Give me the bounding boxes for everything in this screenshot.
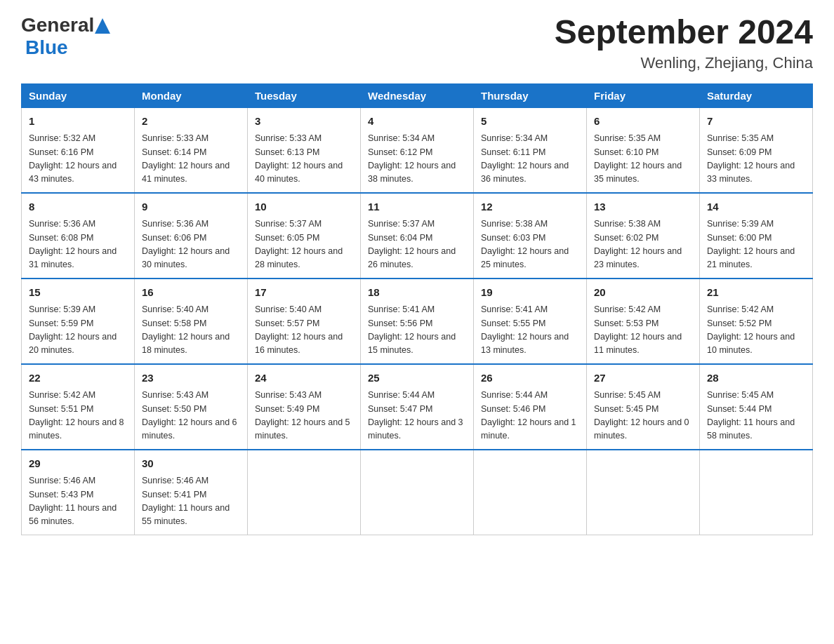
day-info: Sunrise: 5:43 AMSunset: 5:49 PMDaylight:… bbox=[255, 389, 353, 443]
calendar-cell bbox=[474, 450, 587, 535]
calendar-cell: 30Sunrise: 5:46 AMSunset: 5:41 PMDayligh… bbox=[135, 450, 248, 535]
day-info: Sunrise: 5:41 AMSunset: 5:56 PMDaylight:… bbox=[368, 303, 466, 358]
day-number: 1 bbox=[29, 114, 127, 130]
calendar-cell: 12Sunrise: 5:38 AMSunset: 6:03 PMDayligh… bbox=[474, 193, 587, 279]
col-header-wednesday: Wednesday bbox=[361, 83, 474, 107]
day-number: 4 bbox=[368, 114, 466, 130]
col-header-tuesday: Tuesday bbox=[248, 83, 361, 107]
col-header-thursday: Thursday bbox=[474, 83, 587, 107]
day-info: Sunrise: 5:33 AMSunset: 6:13 PMDaylight:… bbox=[255, 132, 353, 187]
day-info: Sunrise: 5:46 AMSunset: 5:41 PMDaylight:… bbox=[142, 474, 240, 529]
day-info: Sunrise: 5:46 AMSunset: 5:43 PMDaylight:… bbox=[29, 474, 127, 529]
day-number: 14 bbox=[707, 199, 805, 215]
day-info: Sunrise: 5:35 AMSunset: 6:10 PMDaylight:… bbox=[594, 132, 692, 187]
calendar-cell: 14Sunrise: 5:39 AMSunset: 6:00 PMDayligh… bbox=[700, 193, 813, 279]
col-header-monday: Monday bbox=[135, 83, 248, 107]
calendar-week-row: 15Sunrise: 5:39 AMSunset: 5:59 PMDayligh… bbox=[22, 279, 813, 364]
calendar-week-row: 1Sunrise: 5:32 AMSunset: 6:16 PMDaylight… bbox=[22, 107, 813, 193]
day-info: Sunrise: 5:40 AMSunset: 5:57 PMDaylight:… bbox=[255, 303, 353, 358]
col-header-saturday: Saturday bbox=[700, 83, 813, 107]
calendar-week-row: 29Sunrise: 5:46 AMSunset: 5:43 PMDayligh… bbox=[22, 450, 813, 535]
day-number: 8 bbox=[29, 199, 127, 215]
calendar-cell: 19Sunrise: 5:41 AMSunset: 5:55 PMDayligh… bbox=[474, 279, 587, 364]
calendar-cell: 10Sunrise: 5:37 AMSunset: 6:05 PMDayligh… bbox=[248, 193, 361, 279]
calendar-cell: 13Sunrise: 5:38 AMSunset: 6:02 PMDayligh… bbox=[587, 193, 700, 279]
calendar-cell: 26Sunrise: 5:44 AMSunset: 5:46 PMDayligh… bbox=[474, 364, 587, 450]
title-section: September 2024 Wenling, Zhejiang, China bbox=[555, 14, 813, 72]
day-number: 13 bbox=[594, 199, 692, 215]
day-number: 11 bbox=[368, 199, 466, 215]
day-number: 30 bbox=[142, 456, 240, 472]
day-number: 19 bbox=[481, 285, 579, 301]
day-info: Sunrise: 5:44 AMSunset: 5:46 PMDaylight:… bbox=[481, 389, 579, 443]
day-info: Sunrise: 5:45 AMSunset: 5:44 PMDaylight:… bbox=[707, 389, 805, 443]
day-number: 15 bbox=[29, 285, 127, 301]
calendar-cell bbox=[587, 450, 700, 535]
calendar-title: September 2024 bbox=[555, 14, 813, 51]
day-info: Sunrise: 5:42 AMSunset: 5:51 PMDaylight:… bbox=[29, 389, 127, 443]
calendar-cell: 27Sunrise: 5:45 AMSunset: 5:45 PMDayligh… bbox=[587, 364, 700, 450]
calendar-cell: 21Sunrise: 5:42 AMSunset: 5:52 PMDayligh… bbox=[700, 279, 813, 364]
logo-general-text: General bbox=[21, 14, 94, 36]
day-number: 29 bbox=[29, 456, 127, 472]
calendar-cell: 3Sunrise: 5:33 AMSunset: 6:13 PMDaylight… bbox=[248, 107, 361, 193]
day-number: 16 bbox=[142, 285, 240, 301]
calendar-cell: 9Sunrise: 5:36 AMSunset: 6:06 PMDaylight… bbox=[135, 193, 248, 279]
day-number: 17 bbox=[255, 285, 353, 301]
calendar-header-row: SundayMondayTuesdayWednesdayThursdayFrid… bbox=[22, 83, 813, 107]
day-info: Sunrise: 5:45 AMSunset: 5:45 PMDaylight:… bbox=[594, 389, 692, 443]
day-info: Sunrise: 5:36 AMSunset: 6:08 PMDaylight:… bbox=[29, 217, 127, 272]
svg-marker-0 bbox=[95, 18, 110, 34]
day-info: Sunrise: 5:39 AMSunset: 6:00 PMDaylight:… bbox=[707, 217, 805, 272]
day-number: 10 bbox=[255, 199, 353, 215]
day-info: Sunrise: 5:38 AMSunset: 6:02 PMDaylight:… bbox=[594, 217, 692, 272]
day-info: Sunrise: 5:34 AMSunset: 6:12 PMDaylight:… bbox=[368, 132, 466, 187]
day-number: 6 bbox=[594, 114, 692, 130]
day-info: Sunrise: 5:40 AMSunset: 5:58 PMDaylight:… bbox=[142, 303, 240, 358]
day-info: Sunrise: 5:35 AMSunset: 6:09 PMDaylight:… bbox=[707, 132, 805, 187]
day-info: Sunrise: 5:33 AMSunset: 6:14 PMDaylight:… bbox=[142, 132, 240, 187]
day-number: 25 bbox=[368, 370, 466, 387]
calendar-cell: 24Sunrise: 5:43 AMSunset: 5:49 PMDayligh… bbox=[248, 364, 361, 450]
calendar-cell: 25Sunrise: 5:44 AMSunset: 5:47 PMDayligh… bbox=[361, 364, 474, 450]
calendar-cell: 20Sunrise: 5:42 AMSunset: 5:53 PMDayligh… bbox=[587, 279, 700, 364]
calendar-cell: 29Sunrise: 5:46 AMSunset: 5:43 PMDayligh… bbox=[22, 450, 135, 535]
calendar-cell: 1Sunrise: 5:32 AMSunset: 6:16 PMDaylight… bbox=[22, 107, 135, 193]
logo-blue-text: Blue bbox=[25, 36, 68, 59]
calendar-cell: 2Sunrise: 5:33 AMSunset: 6:14 PMDaylight… bbox=[135, 107, 248, 193]
calendar-cell bbox=[361, 450, 474, 535]
calendar-cell: 7Sunrise: 5:35 AMSunset: 6:09 PMDaylight… bbox=[700, 107, 813, 193]
calendar-cell: 28Sunrise: 5:45 AMSunset: 5:44 PMDayligh… bbox=[700, 364, 813, 450]
day-info: Sunrise: 5:44 AMSunset: 5:47 PMDaylight:… bbox=[368, 389, 466, 443]
day-number: 5 bbox=[481, 114, 579, 130]
day-info: Sunrise: 5:39 AMSunset: 5:59 PMDaylight:… bbox=[29, 303, 127, 358]
calendar-cell: 16Sunrise: 5:40 AMSunset: 5:58 PMDayligh… bbox=[135, 279, 248, 364]
day-info: Sunrise: 5:42 AMSunset: 5:53 PMDaylight:… bbox=[594, 303, 692, 358]
calendar-week-row: 8Sunrise: 5:36 AMSunset: 6:08 PMDaylight… bbox=[22, 193, 813, 279]
day-number: 24 bbox=[255, 370, 353, 387]
calendar-cell bbox=[248, 450, 361, 535]
day-number: 20 bbox=[594, 285, 692, 301]
col-header-friday: Friday bbox=[587, 83, 700, 107]
day-number: 2 bbox=[142, 114, 240, 130]
day-info: Sunrise: 5:41 AMSunset: 5:55 PMDaylight:… bbox=[481, 303, 579, 358]
day-info: Sunrise: 5:32 AMSunset: 6:16 PMDaylight:… bbox=[29, 132, 127, 187]
calendar-table: SundayMondayTuesdayWednesdayThursdayFrid… bbox=[21, 83, 813, 535]
day-info: Sunrise: 5:37 AMSunset: 6:05 PMDaylight:… bbox=[255, 217, 353, 272]
logo: General Blue bbox=[21, 14, 110, 59]
logo-triangle-icon bbox=[95, 18, 110, 34]
day-number: 3 bbox=[255, 114, 353, 130]
calendar-cell: 4Sunrise: 5:34 AMSunset: 6:12 PMDaylight… bbox=[361, 107, 474, 193]
calendar-week-row: 22Sunrise: 5:42 AMSunset: 5:51 PMDayligh… bbox=[22, 364, 813, 450]
col-header-sunday: Sunday bbox=[22, 83, 135, 107]
day-info: Sunrise: 5:43 AMSunset: 5:50 PMDaylight:… bbox=[142, 389, 240, 443]
calendar-cell: 5Sunrise: 5:34 AMSunset: 6:11 PMDaylight… bbox=[474, 107, 587, 193]
calendar-cell: 15Sunrise: 5:39 AMSunset: 5:59 PMDayligh… bbox=[22, 279, 135, 364]
day-info: Sunrise: 5:38 AMSunset: 6:03 PMDaylight:… bbox=[481, 217, 579, 272]
calendar-cell: 8Sunrise: 5:36 AMSunset: 6:08 PMDaylight… bbox=[22, 193, 135, 279]
day-info: Sunrise: 5:42 AMSunset: 5:52 PMDaylight:… bbox=[707, 303, 805, 358]
calendar-cell: 11Sunrise: 5:37 AMSunset: 6:04 PMDayligh… bbox=[361, 193, 474, 279]
calendar-cell: 17Sunrise: 5:40 AMSunset: 5:57 PMDayligh… bbox=[248, 279, 361, 364]
calendar-cell: 22Sunrise: 5:42 AMSunset: 5:51 PMDayligh… bbox=[22, 364, 135, 450]
day-number: 23 bbox=[142, 370, 240, 387]
